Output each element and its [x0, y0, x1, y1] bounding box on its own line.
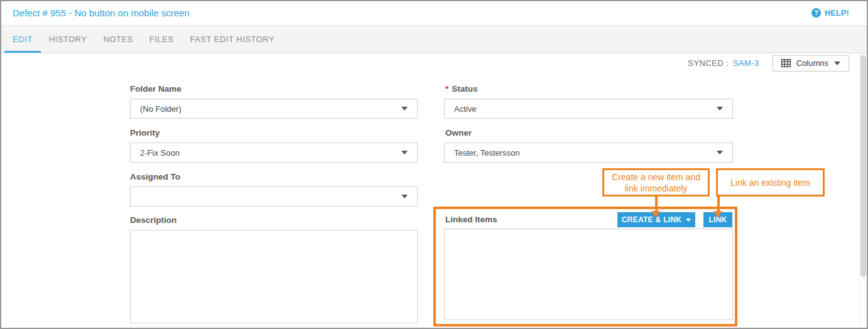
description-textarea[interactable]: [130, 230, 418, 323]
folder-name-select[interactable]: (No Folder): [130, 99, 418, 119]
table-grid-icon: [781, 59, 791, 67]
folder-name-value: (No Folder): [140, 104, 182, 114]
folder-name-label: Folder Name: [130, 84, 182, 94]
assigned-to-select[interactable]: [130, 186, 418, 207]
status-label: *Status: [445, 84, 478, 94]
question-circle-icon: ?: [811, 8, 821, 18]
linked-items-list: [444, 229, 733, 320]
synced-issue-link[interactable]: SAM-3: [733, 58, 759, 68]
chevron-down-icon: [717, 107, 723, 111]
create-callout-arrow: [655, 197, 658, 212]
synced-label: SYNCED :: [688, 58, 729, 68]
owner-label: Owner: [445, 128, 472, 138]
chevron-down-icon: [401, 151, 408, 154]
link-callout: Link an existing item: [716, 168, 825, 197]
chevron-down-icon: [686, 218, 691, 222]
help-link[interactable]: ? HELP!: [811, 0, 849, 26]
link-callout-arrow: [717, 197, 720, 212]
priority-label: Priority: [130, 128, 160, 138]
chevron-down-icon: [717, 151, 723, 154]
vertical-scrollbar[interactable]: [859, 54, 866, 327]
priority-value: 2-Fix Soon: [140, 148, 180, 158]
chevron-down-icon: [834, 62, 840, 65]
columns-button-label: Columns: [796, 58, 828, 68]
columns-button[interactable]: Columns: [773, 55, 849, 72]
tab-bar: EDIT HISTORY NOTES FILES FAST EDIT HISTO…: [0, 26, 868, 53]
chevron-down-icon: [401, 195, 408, 198]
linked-items-label: Linked Items: [445, 215, 497, 224]
link-button[interactable]: LINK: [703, 212, 732, 227]
status-label-text: Status: [452, 84, 477, 94]
create-and-link-button[interactable]: CREATE & LINK: [617, 212, 695, 227]
owner-value: Tester, Testersson: [454, 148, 520, 158]
tab-history[interactable]: HISTORY: [41, 26, 95, 53]
status-select[interactable]: Active: [444, 99, 733, 119]
sync-toolbar: SYNCED : SAM-3 Columns: [688, 55, 849, 72]
help-label: HELP!: [825, 9, 849, 18]
create-callout: Create a new item and link immediately: [602, 168, 710, 197]
tab-notes[interactable]: NOTES: [95, 26, 141, 53]
scrollbar-thumb[interactable]: [860, 55, 866, 277]
chevron-down-icon: [401, 107, 408, 111]
description-label: Description: [130, 215, 176, 225]
required-asterisk: *: [445, 84, 448, 94]
title-bar: Defect # 955 - No button on mobile scree…: [0, 0, 868, 26]
page-title: Defect # 955 - No button on mobile scree…: [13, 0, 190, 26]
assigned-to-label: Assigned To: [130, 172, 180, 181]
priority-select[interactable]: 2-Fix Soon: [130, 143, 418, 163]
tab-fast-edit-history[interactable]: FAST EDIT HISTORY: [182, 26, 283, 53]
link-button-label: LINK: [708, 215, 727, 224]
synced-status: SYNCED : SAM-3: [688, 58, 759, 68]
status-value: Active: [454, 104, 476, 114]
create-and-link-button-label: CREATE & LINK: [622, 215, 682, 224]
tab-files[interactable]: FILES: [141, 26, 182, 53]
owner-select[interactable]: Tester, Testersson: [444, 143, 733, 163]
tab-edit[interactable]: EDIT: [4, 26, 41, 53]
defect-edit-window: Defect # 955 - No button on mobile scree…: [0, 0, 868, 329]
